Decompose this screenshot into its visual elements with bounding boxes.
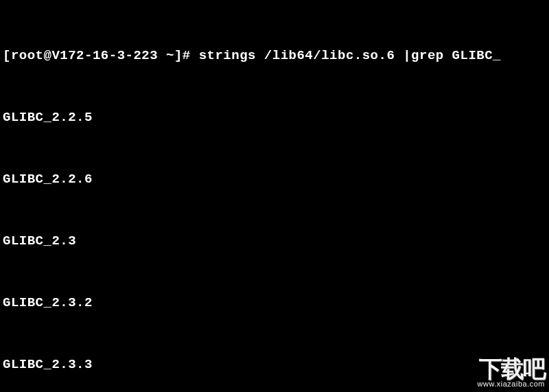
watermark-logo: 下载吧 — [478, 357, 545, 380]
output-line: GLIBC_2.2.6 — [3, 169, 546, 189]
watermark: 下载吧 www.xiazaiba.com — [478, 357, 545, 388]
command-line: [root@V172-16-3-223 ~]# strings /lib64/l… — [3, 45, 546, 66]
output-line: GLIBC_2.3 — [3, 231, 546, 251]
output-line: GLIBC_2.2.5 — [3, 107, 546, 128]
terminal-output[interactable]: [root@V172-16-3-223 ~]# strings /lib64/l… — [3, 4, 546, 392]
watermark-url: www.xiazaiba.com — [478, 380, 545, 388]
output-line: GLIBC_2.3.3 — [3, 354, 546, 375]
output-line: GLIBC_2.3.2 — [3, 292, 546, 313]
